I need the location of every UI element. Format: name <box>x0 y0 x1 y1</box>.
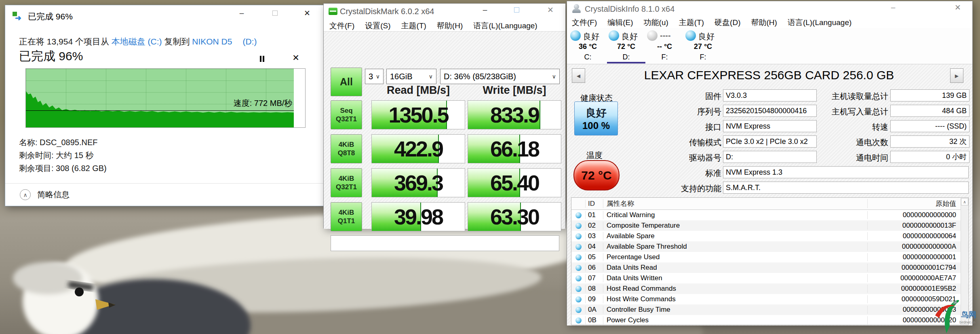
seq-q32t1-button[interactable]: SeqQ32T1 <box>331 100 362 129</box>
menu-file[interactable]: 文件(F) <box>572 17 597 28</box>
menu-settings[interactable]: 设置(S) <box>365 21 390 31</box>
dest-drive-letter[interactable]: (D:) <box>242 37 257 46</box>
minimize-icon[interactable]: – <box>235 8 249 18</box>
status-orb-icon <box>575 296 582 302</box>
benchmark-all-button[interactable]: All <box>331 68 362 96</box>
smart-row[interactable]: 06Data Units Read0000000001C794 <box>571 262 968 273</box>
drive-letter-label: 驱动器号 <box>641 152 721 163</box>
next-disk-button[interactable]: ► <box>950 68 963 83</box>
cdi-titlebar[interactable]: CrystalDiskInfo 8.1.0 x64 – ✕ <box>567 1 972 16</box>
disk-model-title: LEXAR CFEXPRESS 256GB CARD 256.0 GB <box>587 68 951 82</box>
power-on-count-label: 通电次数 <box>807 137 888 148</box>
cdm-body: All 3∨ 16GiB∨ D: 36% (85/238GiB)∨ Read [… <box>324 31 565 229</box>
menu-help[interactable]: 帮助(H) <box>437 21 463 31</box>
close-icon[interactable]: ✕ <box>951 2 965 13</box>
menu-theme[interactable]: 主题(T) <box>401 21 426 31</box>
rotation-rate-label: 转速 <box>807 122 888 133</box>
menu-disk[interactable]: 硬盘(D) <box>714 17 740 28</box>
close-icon[interactable]: ✕ <box>544 4 557 15</box>
comment-field[interactable] <box>331 235 559 251</box>
status-orb-icon <box>575 223 582 229</box>
smart-row[interactable]: 03Available Spare00000000000064 <box>571 231 968 241</box>
cdm-menubar: 文件(F) 设置(S) 主题(T) 帮助(H) 语言(L)(Language) <box>329 21 537 31</box>
test-size-select[interactable]: 16GiB∨ <box>386 69 436 84</box>
menu-function[interactable]: 功能(u) <box>644 17 668 28</box>
minimize-icon[interactable]: – <box>478 4 492 15</box>
divider <box>5 183 324 184</box>
copy-icon: ➜ <box>13 12 23 20</box>
4kib-q8t8-button[interactable]: 4KiBQ8T8 <box>331 134 362 163</box>
chevron-up-icon: ∧ <box>20 189 31 200</box>
close-icon[interactable]: ✕ <box>300 8 314 18</box>
cancel-copy-icon[interactable]: ✕ <box>290 52 302 63</box>
cdm-titlebar[interactable]: CrystalDiskMark 6.0.2 x64 – ✕ <box>324 4 565 20</box>
menu-theme[interactable]: 主题(T) <box>679 17 704 28</box>
prev-disk-button[interactable]: ◄ <box>572 68 585 83</box>
cdi-title: CrystalDiskInfo 8.1.0 x64 <box>585 4 674 14</box>
smart-row[interactable]: 02Composite Temperature0000000000013F <box>571 220 968 231</box>
selected-tab-underline <box>607 62 645 63</box>
smart-row[interactable]: 0BPower Cycles00000000000020 <box>571 315 968 325</box>
target-drive-select[interactable]: D: 36% (85/238GiB)∨ <box>440 69 560 84</box>
smart-row[interactable]: 01Critical Warning00000000000000 <box>571 210 968 220</box>
file-copy-dialog: ➜ 已完成 96% – ✕ 正在将 13,954 个项目从 本地磁盘 (C:) … <box>5 5 324 206</box>
maximize-icon[interactable] <box>510 4 523 15</box>
smart-row[interactable]: 0AController Busy Time00000000000013 <box>571 304 968 315</box>
transfer-mode-value: PCIe 3.0 x2 | PCIe 3.0 x2 <box>723 135 817 148</box>
health-orb-icon <box>647 30 658 41</box>
drive-tab-f2[interactable]: 良好 27 °C F: <box>684 28 722 64</box>
menu-file[interactable]: 文件(F) <box>329 21 354 31</box>
drive-tab-f1[interactable]: ---- -- °C F: <box>645 28 684 64</box>
write-result-cell: 66.18 <box>468 134 561 163</box>
firmware-value: V3.0.3 <box>723 89 817 101</box>
status-orb-icon <box>575 275 582 281</box>
smart-row[interactable]: 04Available Spare Threshold0000000000000… <box>571 241 968 252</box>
pause-icon[interactable] <box>256 54 268 63</box>
drive-tab-d-selected[interactable]: 良好 72 °C D: <box>607 28 645 64</box>
menu-language[interactable]: 语言(L)(Language) <box>788 17 851 28</box>
health-status-button[interactable]: 良好 100 % <box>574 101 618 135</box>
chevron-down-icon: ∨ <box>429 73 433 80</box>
health-orb-icon <box>609 30 619 41</box>
crystaldiskmark-window: CrystalDiskMark 6.0.2 x64 – ✕ 文件(F) 设置(S… <box>323 3 566 228</box>
smart-row[interactable]: 08Host Read Commands000000001E95B2 <box>571 283 968 294</box>
drive-tab-c[interactable]: 良好 36 °C C: <box>569 28 607 64</box>
menu-language[interactable]: 语言(L)(Language) <box>473 21 537 31</box>
smart-attributes-table: ID 属性名称 原始值 01Critical Warning0000000000… <box>571 197 969 325</box>
smart-row[interactable]: 05Percentage Used00000000000001 <box>571 252 968 262</box>
status-orb-icon <box>575 317 582 323</box>
less-details-toggle[interactable]: ∧ 简略信息 <box>20 189 70 200</box>
4kib-q32t1-button[interactable]: 4KiBQ32T1 <box>331 168 362 197</box>
cdi-body: ◄ LEXAR CFEXPRESS 256GB CARD 256.0 GB ► … <box>567 64 972 326</box>
read-result-cell: 369.3 <box>371 168 465 197</box>
features-label: 支持的功能 <box>641 183 721 194</box>
cdi-menubar: 文件(F) 编辑(E) 功能(u) 主题(T) 硬盘(D) 帮助(H) 语言(L… <box>572 17 851 28</box>
write-value: 63.30 <box>468 203 561 231</box>
interface-value: NVM Express <box>723 120 817 132</box>
4kib-q1t1-button[interactable]: 4KiBQ1T1 <box>331 202 362 231</box>
features-value: S.M.A.R.T. <box>723 182 969 194</box>
dest-drive-link[interactable]: NIKON D5 <box>192 37 232 46</box>
menu-help[interactable]: 帮助(H) <box>751 17 777 28</box>
temperature-badge: 72 °C <box>573 160 620 190</box>
minimize-icon[interactable]: – <box>886 2 900 13</box>
copy-dialog-titlebar[interactable]: ➜ 已完成 96% – ✕ <box>5 5 324 26</box>
copy-dialog-title: 已完成 96% <box>28 11 73 22</box>
status-orb-icon <box>575 286 582 292</box>
menu-edit[interactable]: 编辑(E) <box>607 17 633 28</box>
write-value: 833.9 <box>468 101 561 129</box>
write-value: 65.40 <box>468 169 561 197</box>
crystaldiskinfo-window: CrystalDiskInfo 8.1.0 x64 – ✕ 文件(F) 编辑(E… <box>567 1 973 325</box>
scroll-up-icon[interactable]: ∧ <box>961 198 968 205</box>
speed-label: 速度: 772 MB/秒 <box>234 98 293 109</box>
detail-file-name: 名称: DSC_0895.NEF <box>19 137 98 148</box>
smart-row[interactable]: 09Host Write Commands0000000059D021 <box>571 294 968 304</box>
smart-row[interactable]: 07Data Units Written000000000AE7A7 <box>571 273 968 283</box>
power-on-hours-value: 0 小时 <box>890 151 969 163</box>
source-drive-link[interactable]: 本地磁盘 (C:) <box>112 37 162 46</box>
status-orb-icon <box>575 254 582 260</box>
test-count-select[interactable]: 3∨ <box>365 69 384 84</box>
smart-header-row: ID 属性名称 原始值 <box>571 198 968 210</box>
chevron-down-icon: ∨ <box>376 73 380 80</box>
power-on-count-value: 32 次 <box>890 135 969 148</box>
